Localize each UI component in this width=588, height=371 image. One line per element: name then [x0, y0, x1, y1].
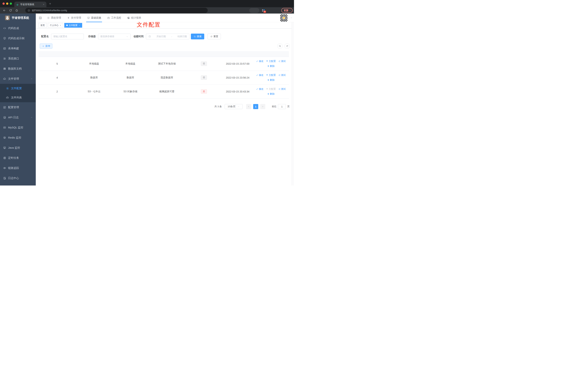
topnav-item[interactable]: 系统管理 [47, 13, 61, 22]
avatar-caret-icon[interactable] [290, 17, 292, 19]
logo-avatar [5, 16, 10, 20]
next-page-button[interactable] [260, 104, 265, 109]
cell-name: 数据库 [76, 71, 112, 85]
sidebar-item-label: 链路追踪 [8, 166, 19, 170]
workflow-icon [107, 16, 110, 19]
page-number-button[interactable]: 1 [253, 104, 258, 109]
topnav-item-label: 基础设施 [91, 16, 101, 20]
page-tab[interactable]: 首页 [39, 23, 47, 28]
new-tab-icon[interactable] [49, 2, 52, 5]
main-content: 配置名 请输入配置名 存储器 请选择存储器 创建时间 开始日期 - 结束日期 搜… [36, 29, 292, 186]
topnav-item[interactable]: 工作流程 [107, 13, 121, 22]
test-link[interactable]: 测试 [278, 60, 286, 63]
sidebar-toggle-icon[interactable] [39, 16, 42, 20]
sidebar-item[interactable]: API 日志 [0, 112, 36, 122]
reload-icon[interactable] [9, 9, 12, 12]
sidebar-item[interactable]: 数据库文档 [0, 64, 36, 74]
user-avatar[interactable] [280, 14, 287, 21]
config-name-input[interactable]: 请输入配置名 [51, 34, 84, 39]
page-tab[interactable]: 文件配置 [64, 23, 82, 28]
date-range-input[interactable]: 开始日期 - 结束日期 [146, 34, 189, 39]
cell-id: 2 [39, 85, 76, 98]
yen-icon: ¥ [67, 16, 70, 19]
test-link[interactable]: 测试 [278, 87, 286, 91]
master-badge: 否 [201, 75, 207, 80]
zoom-window-button[interactable] [10, 2, 12, 5]
sidebar-item[interactable]: 文件列表 [0, 93, 36, 102]
edit-link[interactable]: 修改 [256, 74, 263, 77]
sidebar-item[interactable]: 系统接口 [0, 53, 36, 64]
page-unit-label: 页 [287, 105, 290, 108]
test-link[interactable]: 测试 [278, 74, 286, 77]
edit-link[interactable]: 修改 [256, 60, 263, 63]
url-text: 127.0.0.1:1024/infra/file/file-config [32, 9, 67, 12]
delete-link[interactable]: 删除 [267, 64, 275, 68]
page-tab-label: 文件配置 [69, 24, 77, 27]
storage-select[interactable]: 请选择存储器 [98, 34, 131, 39]
page-size-select[interactable]: 10条/页 [225, 104, 242, 109]
magnet-icon [266, 74, 268, 76]
master-config-link[interactable]: 主配置 [266, 87, 276, 91]
tab-close-icon[interactable] [60, 25, 61, 26]
minimize-window-button[interactable] [6, 2, 8, 5]
sidebar-item[interactable]: 代码生成示例 [0, 33, 36, 43]
master-config-link[interactable]: 主配置 [266, 60, 276, 63]
sidebar-item[interactable]: 链路追踪 [0, 163, 36, 173]
url-bar[interactable]: 127.0.0.1:1024/infra/file/file-config [25, 8, 208, 13]
page-tab-label: 个人中心 [50, 24, 59, 27]
tab-close-icon[interactable] [79, 25, 80, 26]
column-header [39, 51, 76, 57]
calendar-icon [148, 35, 151, 38]
delete-link[interactable]: 删除 [267, 92, 275, 95]
browser-tab-strip: 芋道管理系统 [0, 0, 294, 7]
total-count: 共 3 条 [215, 105, 222, 108]
cell-remark: 测试下本地存储 [148, 57, 185, 71]
sidebar-item[interactable]: 文件配置 [0, 84, 36, 93]
close-window-button[interactable] [2, 2, 5, 5]
browser-tab-title: 芋道管理系统 [20, 3, 41, 6]
sidebar-item[interactable]: 日志中心 [0, 173, 36, 183]
sidebar-item-label: 表单构建 [8, 47, 19, 50]
sidebar-item[interactable]: 文件管理 [0, 74, 36, 84]
sidebar-item-label: 文件列表 [11, 96, 22, 99]
goto-page-input[interactable]: 1 [278, 104, 286, 109]
add-button[interactable]: 新增 [40, 43, 52, 49]
home-icon[interactable] [15, 9, 18, 12]
browser-menu-icon[interactable] [289, 9, 291, 11]
table-refresh-button[interactable] [284, 43, 290, 49]
tab-close-icon[interactable] [43, 3, 45, 5]
back-icon[interactable] [3, 9, 6, 12]
sidebar-item[interactable]: 代码生成 [0, 23, 36, 33]
table-search-button[interactable] [277, 43, 283, 49]
edit-link[interactable]: 修改 [256, 87, 263, 91]
sidebar-item[interactable]: Redis 监控 [0, 133, 36, 143]
sliders-icon [3, 57, 6, 60]
plus-icon [42, 45, 44, 47]
column-header [222, 51, 253, 57]
magnet-icon [266, 88, 268, 90]
reset-button[interactable]: 重置 [208, 34, 221, 39]
topnav-item[interactable]: 基础设施 [87, 13, 101, 22]
topnav-item[interactable]: ¥ 支付管理 [67, 13, 81, 22]
browser-tab[interactable]: 芋道管理系统 [14, 2, 46, 7]
delete-link[interactable]: 删除 [267, 78, 275, 82]
sidebar-item[interactable]: 定时任务 [0, 153, 36, 163]
page-scrollbar[interactable] [292, 13, 294, 186]
sidebar-item[interactable]: 表单构建 [0, 43, 36, 53]
sidebar-item[interactable]: Java 监控 [0, 143, 36, 153]
sidebar-item-label: Redis 监控 [8, 136, 21, 139]
sidebar-item[interactable]: MySQL 监控 [0, 122, 36, 133]
update-button[interactable]: 更新 [281, 8, 293, 13]
sidebar-item[interactable]: 配置管理 [0, 102, 36, 112]
gear-icon [6, 87, 9, 90]
master-config-link[interactable]: 主配置 [266, 74, 276, 77]
extensions-icon[interactable]: 11 [262, 9, 265, 12]
pen-icon [256, 60, 258, 62]
search-button[interactable]: 搜索 [191, 34, 204, 39]
app-header: 系统管理 ¥ 支付管理 基础设施 工作流程 统计报表 [36, 13, 294, 22]
page-tab[interactable]: 个人中心 [48, 23, 63, 28]
site-info-icon[interactable] [28, 9, 30, 12]
prev-page-button[interactable] [246, 104, 251, 109]
topnav-item[interactable]: 统计报表 [127, 13, 141, 22]
cell-id: 5 [39, 57, 76, 71]
